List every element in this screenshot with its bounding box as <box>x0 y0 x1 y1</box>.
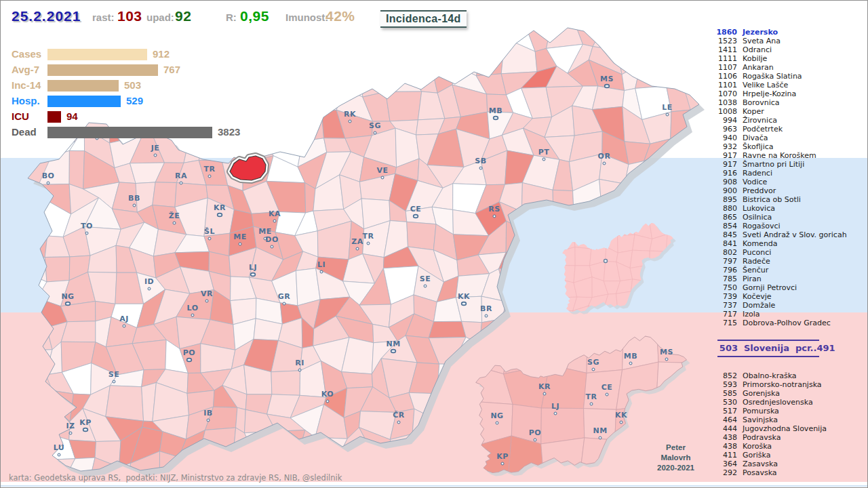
list-item-value: 292 <box>711 468 737 477</box>
bar-value: 94 <box>66 110 78 123</box>
list-item-value: 785 <box>711 274 737 283</box>
list-item-value: 411 <box>711 451 737 460</box>
municipality-cell <box>592 86 624 110</box>
list-item-value: 1860 <box>711 28 737 37</box>
municipality-cell <box>69 150 84 188</box>
list-item: 438Koroška <box>711 442 827 451</box>
list-item-value: 530 <box>711 398 737 407</box>
list-item-value: 585 <box>711 389 737 398</box>
list-item-name: Sveta Ana <box>743 37 781 45</box>
bar-rect <box>47 96 121 107</box>
credit-line3: 2020-2021 <box>644 463 708 473</box>
upad-label: upad: <box>146 12 174 23</box>
list-item: 517Pomurska <box>711 407 827 415</box>
municipality-cell <box>14 325 52 351</box>
svg-text:KR: KR <box>538 382 551 391</box>
list-item: 895Bistrica ob Sotli <box>711 195 847 204</box>
list-item-value: 364 <box>711 460 737 468</box>
list-item-value: 444 <box>711 424 737 433</box>
list-item: 1106Rogaška Slatina <box>711 72 847 81</box>
list-item-value: 932 <box>711 142 737 151</box>
bar-label-avg7: Avg-7 <box>12 64 47 76</box>
svg-text:LU: LU <box>54 443 65 452</box>
list-item-value: 739 <box>711 292 737 301</box>
list-item-name: Komenda <box>743 239 778 248</box>
list-item-name: Posavska <box>743 468 777 477</box>
svg-text:KP: KP <box>79 418 92 427</box>
incidenca-14d-button[interactable]: Incidenca-14d <box>380 10 467 28</box>
list-item: 1523Sveta Ana <box>711 37 847 45</box>
list-item: 593Primorsko-notranjska <box>711 380 827 389</box>
list-item-name: Piran <box>743 274 762 283</box>
author-credit: Peter Malovrh 2020-2021 <box>644 443 708 473</box>
municipality-cell <box>50 390 73 421</box>
r-value: 0,95 <box>240 8 269 24</box>
list-item: 908Vodice <box>711 178 847 186</box>
svg-text:DO: DO <box>265 235 278 244</box>
rast-label: rast: <box>92 12 115 23</box>
list-item-name: Jezersko <box>743 28 778 37</box>
list-item-name: Vodice <box>743 178 767 186</box>
svg-text:ZA: ZA <box>351 237 363 246</box>
svg-text:TR: TR <box>204 165 216 174</box>
bar-label-dead: Dead <box>12 126 47 138</box>
list-item: 802Puconci <box>711 248 847 257</box>
list-item-name: Šenčur <box>743 266 768 274</box>
list-item-name: Koroška <box>743 442 772 451</box>
list-item-name: Rogaška Slatina <box>743 72 802 81</box>
list-item-value: 1523 <box>711 37 737 45</box>
svg-text:SE: SE <box>108 370 119 379</box>
svg-text:CE: CE <box>601 383 613 392</box>
list-item-name: Preddvor <box>743 186 776 195</box>
list-item-value: 1101 <box>711 81 737 89</box>
list-item-value: 963 <box>711 125 737 134</box>
list-item-value: 1008 <box>711 107 737 116</box>
list-item: 1111Kobilje <box>711 54 847 63</box>
list-item: 585Gorenjska <box>711 389 827 398</box>
list-item: 530Osrednjeslovenska <box>711 398 827 407</box>
list-item-value: 802 <box>711 248 737 257</box>
list-item: 1038Borovnica <box>711 98 847 107</box>
list-item-value: 845 <box>711 230 737 239</box>
list-item: 717Izola <box>711 310 847 319</box>
region-ranking-list: 852Obalno-kraška593Primorsko-notranjska5… <box>711 371 827 477</box>
list-item-value: 916 <box>711 169 737 178</box>
list-item-name: Ankaran <box>743 63 774 72</box>
municipality-cell <box>45 257 70 282</box>
list-item-value: 1106 <box>711 72 737 81</box>
svg-text:MB: MB <box>624 352 637 361</box>
svg-text:ME: ME <box>233 232 246 241</box>
list-item-name: Gorenjska <box>743 389 780 398</box>
svg-text:KA: KA <box>269 209 281 218</box>
municipality-cell <box>504 328 551 374</box>
list-item: 854Rogašovci <box>711 222 847 230</box>
svg-text:BB: BB <box>128 194 140 203</box>
svg-text:AJ: AJ <box>119 314 129 323</box>
list-item-name: Osrednjeslovenska <box>743 398 813 407</box>
list-item-name: Osilnica <box>743 213 772 222</box>
municipality-cell <box>302 112 324 142</box>
svg-text:BO: BO <box>42 171 55 180</box>
list-item-value: 438 <box>711 433 737 442</box>
svg-text:SG: SG <box>369 121 381 130</box>
municipality-cell <box>657 328 694 363</box>
list-item: 715Dobrova-Polhov Gradec <box>711 319 847 327</box>
svg-text:KP: KP <box>496 452 509 461</box>
svg-text:NG: NG <box>490 411 503 420</box>
svg-text:LJ: LJ <box>249 263 257 272</box>
list-item: 444Jugovzhodna Slovenija <box>711 424 827 433</box>
municipality-cell <box>61 321 96 342</box>
list-item-value: 715 <box>711 319 737 327</box>
svg-text:RI: RI <box>295 359 304 367</box>
list-item-value: 900 <box>711 186 737 195</box>
list-item-name: Goriška <box>743 451 770 460</box>
svg-text:NM: NM <box>593 426 607 435</box>
municipality-cell <box>541 438 585 478</box>
svg-text:TO: TO <box>81 222 93 230</box>
list-item-value: 841 <box>711 239 737 248</box>
bar-rect <box>47 111 61 123</box>
list-item-name: Gornji Petrovci <box>743 283 797 292</box>
list-item-name: Obalno-kraška <box>743 371 797 380</box>
list-item: 364Zasavska <box>711 460 827 468</box>
list-item-value: 464 <box>711 415 737 424</box>
